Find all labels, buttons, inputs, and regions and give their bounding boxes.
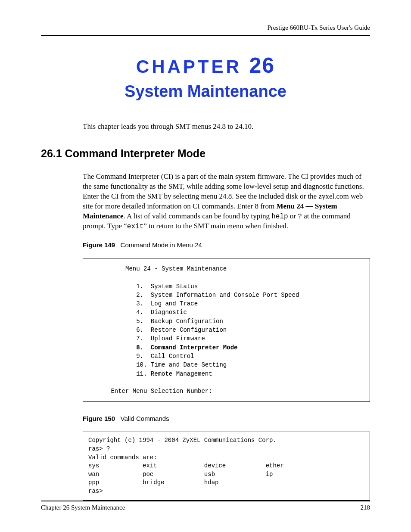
figure-150-caption: Figure 150 Valid Commands (83, 415, 370, 422)
chapter-label-word: CHAPTER (136, 56, 242, 77)
para-text: or (288, 212, 298, 220)
figure-149-caption: Figure 149 Command Mode in Menu 24 (83, 241, 370, 249)
figure-149-box: Menu 24 - System Maintenance 1. System S… (83, 258, 370, 402)
section-heading: 26.1 Command Interpreter Mode (41, 147, 370, 160)
figure-caption-text: Valid Commands (121, 415, 169, 422)
section-body: The Command Interpreter (CI) is a part o… (83, 172, 370, 232)
chapter-title: System Maintenance (41, 82, 370, 101)
figure-150-box: Copyright (c) 1994 - 2004 ZyXEL Communic… (83, 432, 370, 500)
para-code-help: help (271, 213, 288, 221)
para-code-q: ? (298, 213, 302, 221)
para-code-exit: exit (127, 223, 143, 230)
chapter-intro: This chapter leads you through SMT menus… (83, 122, 370, 131)
menu-content: Menu 24 - System Maintenance 1. System S… (89, 264, 364, 395)
document-page: Prestige 660RU-Tx Series User's Guide CH… (0, 0, 411, 530)
para-text: . A list of valid commands can be found … (123, 212, 271, 220)
page-footer: Chapter 26 System Maintenance 218 (41, 501, 370, 511)
header-guide-title: Prestige 660RU-Tx Series User's Guide (41, 24, 370, 31)
header-rule (41, 35, 370, 36)
footer-rule (41, 501, 370, 501)
footer-page-number: 218 (361, 504, 371, 511)
chapter-label: CHAPTER 26 (41, 53, 370, 78)
para-text: ” to return to the SMT main menu when fi… (143, 222, 288, 230)
footer-chapter-ref: Chapter 26 System Maintenance (41, 504, 125, 511)
figure-caption-text: Command Mode in Menu 24 (121, 241, 202, 249)
chapter-number: 26 (249, 53, 275, 78)
figure-label: Figure 150 (83, 415, 115, 422)
figure-label: Figure 149 (83, 241, 115, 249)
